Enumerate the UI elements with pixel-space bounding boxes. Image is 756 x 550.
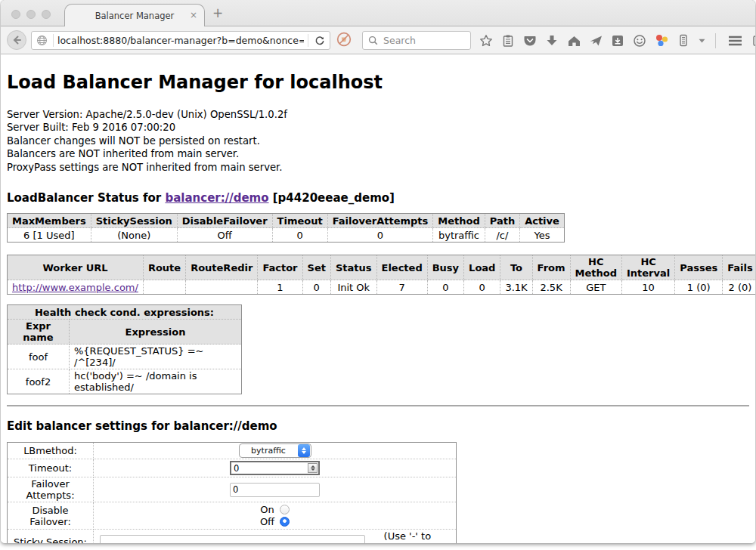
lbmethod-label: LBmethod: xyxy=(8,443,94,459)
table-cell: 0 xyxy=(272,228,327,243)
pocket-icon[interactable] xyxy=(522,33,538,48)
table-cell: 10 xyxy=(621,280,674,295)
table-cell xyxy=(186,280,258,295)
content-blocker-icon[interactable] xyxy=(336,32,352,47)
table-cell: (None) xyxy=(91,228,177,243)
url-bar[interactable]: localhost:8880/balancer-manager?b=demo&n… xyxy=(31,31,330,50)
worker-header-row: Worker URL Route RouteRedir Factor Set S… xyxy=(8,255,756,280)
save-box-icon[interactable] xyxy=(610,33,625,48)
column-header: Fails xyxy=(723,255,755,280)
failover-attempts-label: Failover Attempts: xyxy=(8,477,94,502)
menu-hamburger-icon[interactable] xyxy=(726,33,744,48)
search-input[interactable] xyxy=(382,34,457,47)
tab-close-icon[interactable]: × xyxy=(190,10,197,20)
column-header: MaxMembers xyxy=(8,214,91,228)
server-built-line: Server Built: Feb 9 2016 07:00:20 xyxy=(7,121,749,134)
table-cell: 2.5K xyxy=(532,280,570,295)
table-cell: /c/ xyxy=(485,228,519,243)
expr-name-cell: foof2 xyxy=(8,369,70,394)
browser-window: Balancer Manager × + localhost:8880/bala… xyxy=(1,0,755,543)
bookmark-star-icon[interactable] xyxy=(479,33,494,48)
color-dots-icon[interactable] xyxy=(654,33,669,48)
disable-failover-row: Disable Failover: On Off xyxy=(8,502,457,530)
expr-value-cell: %{REQUEST_STATUS} =~ /^[234]/ xyxy=(70,345,242,369)
column-header: Factor xyxy=(258,255,302,280)
status-heading-prefix: LoadBalancer Status for xyxy=(7,191,165,205)
balancer-status-table: MaxMembers StickySession DisableFailover… xyxy=(7,213,565,243)
column-header: Method xyxy=(433,214,485,228)
health-table-title: Health check cond. expressions: xyxy=(8,305,242,320)
urlbar-separator xyxy=(53,34,54,47)
column-header: From xyxy=(532,255,570,280)
send-plane-icon[interactable] xyxy=(588,33,603,48)
search-bar[interactable] xyxy=(362,31,471,50)
zoom-window-button[interactable] xyxy=(42,10,51,19)
sticky-session-row: Sticky Session: (Use '-' to delete) xyxy=(8,530,457,543)
chat-smiley-icon[interactable] xyxy=(632,33,647,48)
table-cell: 0 xyxy=(464,280,500,295)
close-window-button[interactable] xyxy=(11,10,20,19)
column-header: Passes xyxy=(675,255,723,280)
expr-value-cell: hc('body') =~ /domain is established/ xyxy=(70,369,242,394)
table-cell: 1 xyxy=(258,280,302,295)
failover-value-cell xyxy=(94,477,457,502)
customize-grid-icon[interactable] xyxy=(751,33,755,48)
worker-url-link[interactable]: http://www.example.com/ xyxy=(12,282,138,293)
failover-attempts-input[interactable] xyxy=(230,483,320,497)
column-header: HC Method xyxy=(570,255,621,280)
radio-off-label: Off xyxy=(260,516,274,528)
health-expr-row: foof2 hc('body') =~ /domain is establish… xyxy=(8,369,242,394)
radio-on[interactable] xyxy=(280,505,290,514)
minimize-window-button[interactable] xyxy=(26,10,36,19)
globe-icon[interactable] xyxy=(34,33,49,48)
column-header: Active xyxy=(520,214,565,228)
column-header: Load xyxy=(464,255,500,280)
column-header: Timeout xyxy=(272,214,327,228)
table-cell: Init Ok xyxy=(330,280,376,295)
home-icon[interactable] xyxy=(566,33,581,48)
back-icon xyxy=(11,35,22,45)
expr-name-cell: foof xyxy=(8,345,70,369)
lbmethod-select[interactable]: bytraffic xyxy=(239,443,311,458)
section-divider xyxy=(7,405,749,406)
column-header: Worker URL xyxy=(8,255,144,280)
number-spinner-icon[interactable] xyxy=(308,463,318,473)
timeout-value: 0 xyxy=(234,463,308,474)
sticky-session-input[interactable] xyxy=(100,535,365,543)
proxypass-notice-line: ProxyPass settings are NOT inherited fro… xyxy=(7,161,749,174)
reading-list-icon[interactable] xyxy=(500,33,516,48)
new-tab-button[interactable]: + xyxy=(212,7,223,19)
disable-failover-value-cell: On Off xyxy=(94,502,457,530)
table-cell xyxy=(143,280,185,295)
timeout-value-cell: 0 xyxy=(94,459,457,477)
back-button[interactable] xyxy=(7,30,26,50)
table-cell: Yes xyxy=(520,228,565,243)
lbmethod-value-cell: bytraffic xyxy=(94,443,457,459)
navigation-toolbar: localhost:8880/balancer-manager?b=demo&n… xyxy=(1,26,755,54)
tab-title: Balancer Manager xyxy=(95,11,175,21)
download-arrow-icon[interactable] xyxy=(544,33,559,48)
status-heading-suffix: [p4420eeae_demo] xyxy=(269,191,395,205)
column-header: Route xyxy=(143,255,185,280)
reload-icon[interactable] xyxy=(312,33,327,48)
balancer-demo-link[interactable]: balancer://demo xyxy=(165,191,268,205)
table-cell: 2 (0) xyxy=(723,280,755,295)
worker-status-table: Worker URL Route RouteRedir Factor Set S… xyxy=(7,255,755,295)
persist-notice-line: Balancer changes will NOT be persisted o… xyxy=(7,134,749,147)
radio-off[interactable] xyxy=(280,517,290,527)
dropdown-caret-icon[interactable] xyxy=(698,33,705,48)
timeout-input[interactable]: 0 xyxy=(230,461,320,475)
table-cell: 0 xyxy=(302,280,330,295)
page-title: Load Balancer Manager for localhost xyxy=(7,72,749,93)
column-header: FailoverAttempts xyxy=(327,214,433,228)
balancer-data-row: 6 [1 Used] (None) Off 0 0 bytraffic /c/ … xyxy=(8,228,565,243)
table-cell: bytraffic xyxy=(433,228,485,243)
container-battery-icon[interactable] xyxy=(676,33,691,48)
tab-balancer-manager[interactable]: Balancer Manager × xyxy=(64,4,205,26)
column-header: Expr name xyxy=(8,320,70,345)
sticky-session-label: Sticky Session: xyxy=(8,530,94,543)
health-header-row: Expr name Expression xyxy=(8,320,242,345)
column-header: Set xyxy=(302,255,330,280)
url-text[interactable]: localhost:8880/balancer-manager?b=demo&n… xyxy=(57,35,304,46)
search-icon xyxy=(367,36,378,46)
